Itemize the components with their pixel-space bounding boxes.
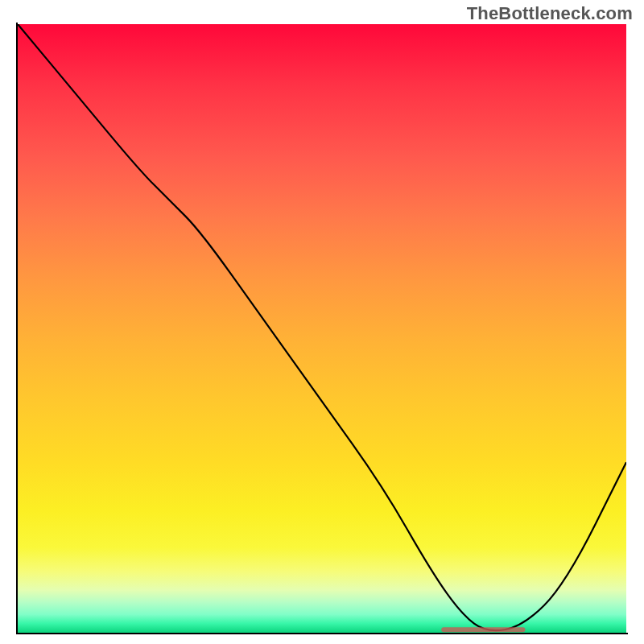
x-axis <box>16 633 628 634</box>
plot-area <box>18 24 626 633</box>
bottleneck-curve <box>18 24 626 630</box>
chart-svg <box>18 24 626 633</box>
y-axis <box>16 23 18 634</box>
watermark-text: TheBottleneck.com <box>467 3 633 24</box>
chart-frame: TheBottleneck.com <box>0 0 644 644</box>
